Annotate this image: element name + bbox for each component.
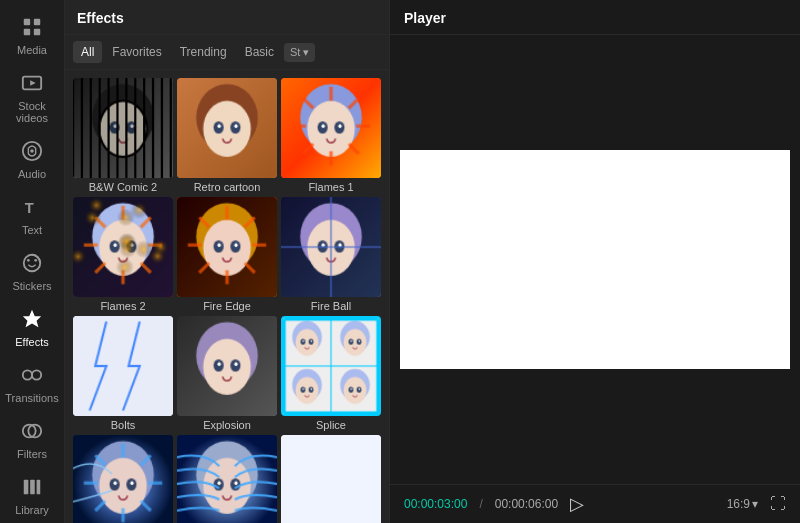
stock-videos-icon: [21, 72, 43, 97]
aspect-ratio-label: 16:9: [727, 497, 750, 511]
effects-tabs: All Favorites Trending Basic St ▾: [65, 35, 389, 70]
text-icon: T: [21, 196, 43, 221]
effect-bolts[interactable]: Bolts: [73, 316, 173, 431]
sidebar-item-media[interactable]: Media: [0, 8, 64, 64]
effect-thumb-bw-comic2: [73, 78, 173, 178]
effect-fire-edge[interactable]: Fire Edge: [177, 197, 277, 312]
svg-point-11: [34, 259, 37, 262]
effect-thumb-splice: [281, 316, 381, 416]
sidebar-item-label-stock: Stock videos: [4, 100, 60, 124]
effect-thumb-retro: [177, 78, 277, 178]
effect-label-bolts: Bolts: [111, 419, 135, 431]
effect-thumb-electro: [281, 435, 381, 523]
svg-rect-18: [30, 480, 35, 495]
effect-thumb-flames1: [281, 78, 381, 178]
effect-might[interactable]: Might: [177, 435, 277, 523]
effect-thumb-bolts: [73, 316, 173, 416]
effect-splice[interactable]: Splice: [281, 316, 381, 431]
sidebar: Media Stock videos Audio T Text Stickers…: [0, 0, 65, 523]
effects-panel-title: Effects: [65, 0, 389, 35]
play-button[interactable]: ▷: [570, 493, 584, 515]
audio-icon: [21, 140, 43, 165]
effect-thumb-might: [177, 435, 277, 523]
effect-fire-ball[interactable]: Fire Ball: [281, 197, 381, 312]
effect-bw-comic2[interactable]: B&W Comic 2: [73, 78, 173, 193]
effect-flames2[interactable]: Flames 2: [73, 197, 173, 312]
sidebar-item-label-audio: Audio: [18, 168, 46, 180]
sidebar-item-audio[interactable]: Audio: [0, 132, 64, 188]
tab-all[interactable]: All: [73, 41, 102, 63]
time-separator: /: [479, 497, 482, 511]
sidebar-item-stock-videos[interactable]: Stock videos: [0, 64, 64, 132]
effect-thumb-powerup: [73, 435, 173, 523]
sidebar-item-label-filters: Filters: [17, 448, 47, 460]
svg-rect-19: [37, 480, 41, 495]
tab-more-label: St: [290, 46, 300, 58]
effect-thumb-fireball: [281, 197, 381, 297]
chevron-down-icon: ▾: [303, 46, 309, 58]
effects-icon: [21, 308, 43, 333]
effect-label-retro: Retro cartoon: [194, 181, 261, 193]
library-icon: [21, 476, 43, 501]
svg-rect-3: [34, 29, 40, 35]
play-icon: ▷: [570, 493, 584, 515]
effect-label-flames2: Flames 2: [100, 300, 145, 312]
tab-trending[interactable]: Trending: [172, 41, 235, 63]
media-icon: [21, 16, 43, 41]
player-time-total: 00:00:06:00: [495, 497, 558, 511]
effect-flames1[interactable]: Flames 1: [281, 78, 381, 193]
stickers-icon: [21, 252, 43, 277]
sidebar-item-label-effects: Effects: [15, 336, 48, 348]
sidebar-item-stickers[interactable]: Stickers: [0, 244, 64, 300]
effect-thumb-explosion: [177, 316, 277, 416]
fullscreen-icon: ⛶: [770, 495, 786, 512]
effects-panel: Effects All Favorites Trending Basic St …: [65, 0, 390, 523]
player-controls: 00:00:03:00 / 00:00:06:00 ▷ 16:9 ▾ ⛶: [390, 484, 800, 523]
svg-marker-5: [30, 80, 36, 86]
effects-grid: B&W Comic 2 Retro cartoon Flames 1 Flame…: [65, 70, 389, 523]
effect-electro[interactable]: Electro: [281, 435, 381, 523]
aspect-chevron-icon: ▾: [752, 497, 758, 511]
sidebar-item-label-library: Library: [15, 504, 49, 516]
player-header: Player: [390, 0, 800, 35]
player-time-current: 00:00:03:00: [404, 497, 467, 511]
aspect-ratio-button[interactable]: 16:9 ▾: [727, 497, 758, 511]
tab-more[interactable]: St ▾: [284, 43, 315, 62]
svg-point-10: [27, 259, 30, 262]
svg-marker-12: [23, 310, 41, 327]
player-area: [390, 35, 800, 484]
player-panel: Player 00:00:03:00 / 00:00:06:00 ▷ 16:9 …: [390, 0, 800, 523]
filters-icon: [21, 420, 43, 445]
effect-thumb-fire-edge: [177, 197, 277, 297]
effect-thumb-flames2: [73, 197, 173, 297]
tab-favorites[interactable]: Favorites: [104, 41, 169, 63]
sidebar-item-label-transitions: Transitions: [5, 392, 58, 404]
svg-point-13: [23, 370, 32, 379]
effect-power-up[interactable]: Power Up: [73, 435, 173, 523]
sidebar-item-effects[interactable]: Effects: [0, 300, 64, 356]
effect-explosion[interactable]: Explosion: [177, 316, 277, 431]
sidebar-item-label-stickers: Stickers: [12, 280, 51, 292]
sidebar-item-library[interactable]: Library: [0, 468, 64, 523]
sidebar-item-transitions[interactable]: Transitions: [0, 356, 64, 412]
effect-retro-cartoon[interactable]: Retro cartoon: [177, 78, 277, 193]
svg-rect-0: [24, 19, 30, 25]
effect-label-bw-comic2: B&W Comic 2: [89, 181, 157, 193]
svg-rect-17: [24, 480, 29, 495]
sidebar-item-label-text: Text: [22, 224, 42, 236]
fullscreen-button[interactable]: ⛶: [770, 495, 786, 513]
effect-label-flames1: Flames 1: [308, 181, 353, 193]
svg-text:T: T: [25, 200, 34, 216]
transitions-icon: [21, 364, 43, 389]
effect-label-fireball: Fire Ball: [311, 300, 351, 312]
player-title: Player: [404, 10, 446, 26]
svg-point-14: [32, 370, 41, 379]
sidebar-item-label-media: Media: [17, 44, 47, 56]
player-canvas: [400, 150, 790, 369]
svg-point-7: [30, 149, 34, 153]
sidebar-item-text[interactable]: T Text: [0, 188, 64, 244]
tab-basic[interactable]: Basic: [237, 41, 282, 63]
effect-label-splice: Splice: [316, 419, 346, 431]
svg-rect-1: [34, 19, 40, 25]
sidebar-item-filters[interactable]: Filters: [0, 412, 64, 468]
